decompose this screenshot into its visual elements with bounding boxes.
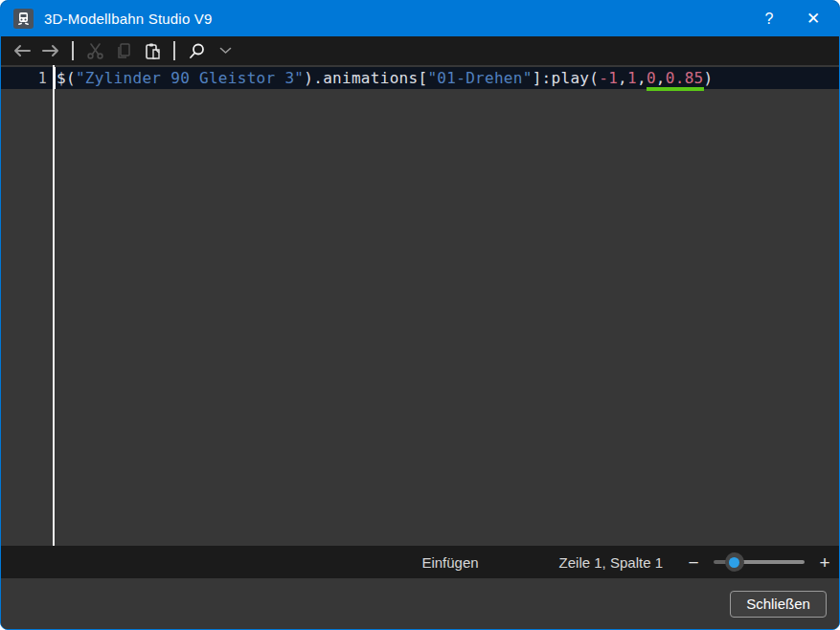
footer-panel: Schließen — [1, 578, 839, 629]
search-button[interactable] — [183, 38, 210, 63]
code-editor[interactable]: 1 $("Zylinder 90 Gleistor 3").animations… — [1, 65, 839, 546]
help-button[interactable]: ? — [747, 1, 791, 36]
code-token-number: 1 — [627, 69, 637, 87]
title-bar[interactable]: 3D-Modellbahn Studio V9 ? ✕ — [1, 1, 839, 36]
back-button[interactable] — [9, 38, 35, 63]
paste-button[interactable] — [139, 38, 166, 63]
code-token: , — [637, 69, 647, 87]
zoom-slider-thumb-dot — [729, 557, 739, 568]
copy-button[interactable] — [110, 38, 137, 63]
close-window-button[interactable]: ✕ — [791, 1, 835, 36]
code-token: , — [656, 69, 666, 87]
code-token: ) — [704, 69, 714, 87]
code-token: , — [618, 69, 627, 87]
status-bar: Einfügen Zeile 1, Spalte 1 − + — [1, 546, 839, 578]
scissors-icon — [86, 42, 104, 60]
cut-button[interactable] — [81, 38, 108, 63]
code-text: $("Zylinder 90 Gleistor 3").animations["… — [47, 69, 713, 87]
code-token-string: "Zylinder 90 Gleistor 3" — [76, 69, 304, 87]
forward-arrow-icon — [41, 43, 60, 58]
code-line-1[interactable]: 1 $("Zylinder 90 Gleistor 3").animations… — [1, 67, 839, 89]
copy-icon — [115, 42, 133, 60]
app-icon — [13, 9, 34, 29]
schliessen-button[interactable]: Schließen — [730, 591, 827, 618]
code-token: ]:play( — [533, 69, 600, 87]
insert-mode-indicator: Einfügen — [421, 554, 478, 571]
app-window: 3D-Modellbahn Studio V9 ? ✕ — [0, 0, 840, 630]
paste-clipboard-icon — [144, 42, 162, 60]
back-arrow-icon — [12, 43, 32, 58]
code-token-number: -1 — [599, 69, 618, 87]
gutter-separator-line — [53, 65, 55, 546]
code-token: $( — [57, 69, 76, 87]
code-token-number: 0.85 — [666, 69, 704, 87]
toolbar-separator — [72, 41, 74, 60]
toolbar-separator — [173, 41, 175, 60]
toolbar — [1, 36, 839, 65]
zoom-out-button[interactable]: − — [686, 553, 701, 572]
train-icon — [16, 11, 31, 26]
chevron-down-icon — [219, 47, 232, 55]
window-title: 3D-Modellbahn Studio V9 — [44, 11, 213, 27]
text-cursor — [53, 67, 56, 89]
zoom-slider[interactable] — [714, 552, 805, 572]
green-underlined-args: 0,0.85 — [647, 69, 704, 91]
line-number: 1 — [1, 70, 47, 87]
forward-button[interactable] — [37, 38, 64, 63]
code-token: ).animations[ — [304, 69, 427, 87]
search-dropdown-button[interactable] — [212, 38, 238, 63]
code-token-string: "01-Drehen" — [427, 69, 532, 87]
caret-position-indicator: Zeile 1, Spalte 1 — [559, 554, 663, 571]
code-token-number: 0 — [647, 69, 656, 87]
zoom-in-button[interactable]: + — [817, 553, 832, 572]
search-icon — [188, 42, 206, 60]
zoom-slider-track — [735, 560, 805, 564]
zoom-slider-thumb[interactable] — [725, 552, 744, 572]
